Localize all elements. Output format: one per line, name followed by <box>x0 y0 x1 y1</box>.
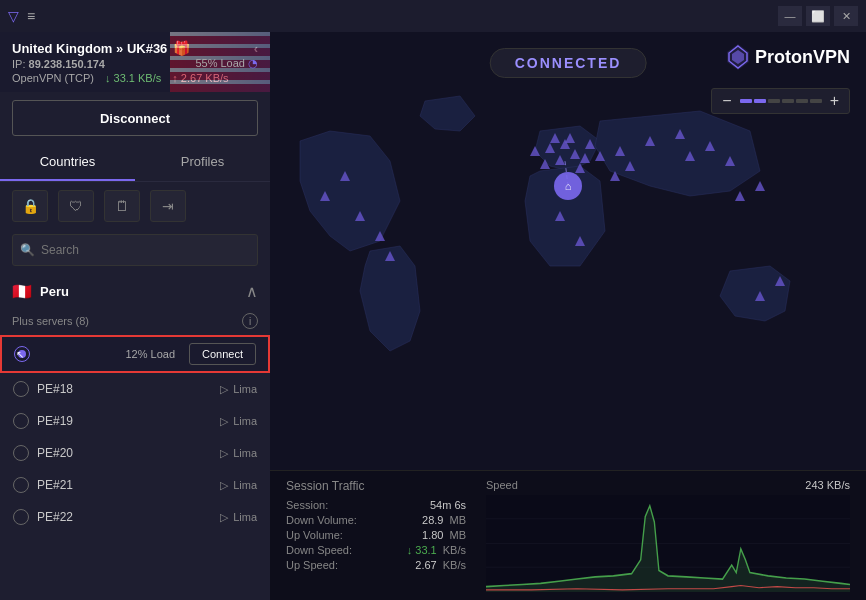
stats-left-panel: Session Traffic Session: 54m 6s Down Vol… <box>286 479 466 592</box>
session-label: Session: <box>286 499 328 511</box>
server-name-pe21: PE#21 <box>37 478 215 492</box>
connection-load: 55% Load ◔ <box>195 57 258 70</box>
filter-secure-icon[interactable]: 🛡 <box>58 190 94 222</box>
tab-countries[interactable]: Countries <box>0 144 135 181</box>
country-header-peru[interactable]: 🇵🇪 Peru ∧ <box>0 274 270 309</box>
connected-badge: CONNECTED <box>490 48 647 78</box>
server-location-pe18: Lima <box>233 383 257 395</box>
protonvpn-header: ProtonVPN <box>727 44 850 70</box>
speed-value: 243 KB/s <box>805 479 850 491</box>
stats-row-session: Session: 54m 6s <box>286 499 466 511</box>
speed-chart <box>486 495 850 592</box>
title-bar: ▽ ≡ — ⬜ ✕ <box>0 0 866 32</box>
zoom-seg-6 <box>810 99 822 103</box>
filter-all-icon[interactable]: 🔒 <box>12 190 48 222</box>
server-radio-pe21 <box>13 477 29 493</box>
map-area: ⌂ <box>270 32 866 470</box>
zoom-controls: − + <box>711 88 850 114</box>
server-row-pe20[interactable]: PE#20 ▷ Lima <box>0 437 270 469</box>
session-value: 54m 6s <box>430 499 466 511</box>
filter-bar: 🔒 🛡 🗒 ⇥ <box>0 182 270 230</box>
tab-profiles[interactable]: Profiles <box>135 144 270 181</box>
speed-label: Speed <box>486 479 518 491</box>
play-icon-pe20[interactable]: ▷ <box>215 444 233 462</box>
window-controls: — ⬜ ✕ <box>778 6 858 26</box>
zoom-seg-5 <box>796 99 808 103</box>
server-row-pe21[interactable]: PE#21 ▷ Lima <box>0 469 270 501</box>
server-location-pe21: Lima <box>233 479 257 491</box>
server-row-pe17[interactable]: ↖ 12% Load Connect <box>0 335 270 373</box>
play-icon-pe21[interactable]: ▷ <box>215 476 233 494</box>
disconnect-area: Disconnect <box>0 92 270 144</box>
down-vol-label: Down Volume: <box>286 514 357 526</box>
filter-tor-icon[interactable]: ⇥ <box>150 190 186 222</box>
stats-row-down-speed: Down Speed: ↓ 33.1 KB/s <box>286 544 466 556</box>
server-load-pe17: 12% Load <box>125 348 175 360</box>
up-speed-value: 2.67 <box>415 559 436 571</box>
server-radio-pe20 <box>13 445 29 461</box>
connection-ip: IP: 89.238.150.174 <box>12 58 105 70</box>
server-name-pe20: PE#20 <box>37 446 215 460</box>
server-row-pe19[interactable]: PE#19 ▷ Lima <box>0 405 270 437</box>
info-icon[interactable]: i <box>242 313 258 329</box>
server-name-pe19: PE#19 <box>37 414 215 428</box>
search-input[interactable] <box>12 234 258 266</box>
down-speed: ↓ 33.1 KB/s <box>105 72 161 84</box>
zoom-seg-2 <box>754 99 766 103</box>
down-speed-label: Down Speed: <box>286 544 352 556</box>
play-icon-pe19[interactable]: ▷ <box>215 412 233 430</box>
plus-servers-info: Plus servers (8) i <box>0 309 270 335</box>
chart-svg <box>486 495 850 592</box>
server-list[interactable]: 🇵🇪 Peru ∧ Plus servers (8) i ↖ 12% Load … <box>0 274 270 600</box>
server-location-pe19: Lima <box>233 415 257 427</box>
zoom-seg-4 <box>782 99 794 103</box>
stats-row-down-vol: Down Volume: 28.9 MB <box>286 514 466 526</box>
down-vol-value: 28.9 <box>422 514 443 526</box>
main-layout: United Kingdom » UK#36 🎁 ‹ IP: 89.238.15… <box>0 32 866 600</box>
speed-header: Speed 243 KB/s <box>486 479 850 491</box>
right-panel: ⌂ <box>270 32 866 600</box>
up-vol-unit: MB <box>450 529 467 541</box>
maximize-button[interactable]: ⬜ <box>806 6 830 26</box>
down-speed-value: ↓ 33.1 <box>407 544 437 556</box>
search-wrapper: 🔍 <box>12 234 258 266</box>
disconnect-button[interactable]: Disconnect <box>12 100 258 136</box>
zoom-plus-button[interactable]: + <box>826 92 843 110</box>
zoom-minus-button[interactable]: − <box>718 92 735 110</box>
stats-row-up-vol: Up Volume: 1.80 MB <box>286 529 466 541</box>
play-icon-pe22[interactable]: ▷ <box>215 508 233 526</box>
connect-button-pe17[interactable]: Connect <box>189 343 256 365</box>
server-radio-pe19 <box>13 413 29 429</box>
search-icon: 🔍 <box>20 243 35 257</box>
zoom-seg-1 <box>740 99 752 103</box>
down-vol-unit: MB <box>450 514 467 526</box>
server-row-pe18[interactable]: PE#18 ▷ Lima <box>0 373 270 405</box>
peru-flag: 🇵🇪 <box>12 282 32 301</box>
protocol-label: OpenVPN (TCP) <box>12 72 94 84</box>
country-name-peru: Peru <box>40 284 69 299</box>
server-location-pe22: Lima <box>233 511 257 523</box>
title-bar-left: ▽ ≡ <box>8 8 35 24</box>
menu-icon[interactable]: ≡ <box>27 8 35 24</box>
stats-bar: Session Traffic Session: 54m 6s Down Vol… <box>270 470 866 600</box>
server-radio-pe18 <box>13 381 29 397</box>
down-speed-unit: KB/s <box>443 544 466 556</box>
up-vol-value: 1.80 <box>422 529 443 541</box>
session-traffic-label: Session Traffic <box>286 479 466 493</box>
connection-country: United Kingdom » UK#36 <box>12 41 167 56</box>
server-radio-pe22 <box>13 509 29 525</box>
play-icon-pe18[interactable]: ▷ <box>215 380 233 398</box>
filter-p2p-icon[interactable]: 🗒 <box>104 190 140 222</box>
minimize-button[interactable]: — <box>778 6 802 26</box>
up-vol-label: Up Volume: <box>286 529 343 541</box>
search-area: 🔍 <box>0 230 270 274</box>
radio-dot <box>18 350 26 358</box>
zoom-bar <box>740 99 822 103</box>
stats-right-panel: Speed 243 KB/s <box>486 479 850 592</box>
chevron-up-icon: ∧ <box>246 282 258 301</box>
close-button[interactable]: ✕ <box>834 6 858 26</box>
tabs: Countries Profiles <box>0 144 270 182</box>
svg-text:⌂: ⌂ <box>565 180 572 192</box>
server-row-pe22[interactable]: PE#22 ▷ Lima <box>0 501 270 533</box>
proton-logo-icon <box>727 44 749 70</box>
